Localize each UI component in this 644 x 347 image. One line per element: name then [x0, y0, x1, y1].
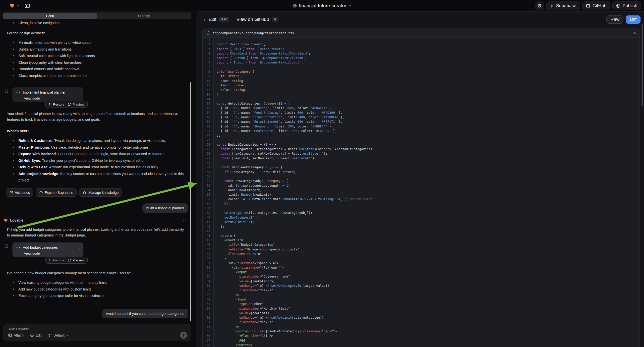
- version-card-header: <> Add budget categories ›: [16, 244, 80, 250]
- chat-input[interactable]: [9, 327, 185, 331]
- manage-knowledge-button[interactable]: Manage knowledge: [79, 188, 122, 197]
- code-line: 40 setNewCategory('');: [203, 215, 640, 220]
- project-selector[interactable]: financial-future-creator: [293, 0, 351, 12]
- github-label: GitHub: [592, 3, 606, 8]
- whats-next-item: GitHub Sync: Transfer your project's cod…: [0, 157, 190, 164]
- code-line: 23: [203, 138, 640, 142]
- esc-key-badge: ESC: [219, 17, 229, 22]
- exit-button[interactable]: Exit: [208, 17, 216, 22]
- tab-history[interactable]: History: [97, 13, 191, 19]
- file-header[interactable]: src/components/budget/BudgetCategories.t…: [203, 28, 640, 38]
- topbar-left: [10, 0, 31, 12]
- fold-chevron-icon[interactable]: ⌄: [210, 70, 214, 74]
- sliders-icon: [48, 334, 52, 337]
- edit-button[interactable]: Edit: [30, 333, 42, 337]
- code-icon: <>: [16, 90, 20, 94]
- preview-button[interactable]: Preview: [68, 102, 84, 106]
- fold-chevron-icon: [210, 147, 214, 151]
- preview-label: Preview: [72, 258, 84, 262]
- fold-chevron-icon: [210, 115, 214, 120]
- explore-supabase-button[interactable]: Explore Supabase: [36, 188, 77, 197]
- image-icon: [8, 333, 12, 337]
- fold-chevron-icon: [210, 265, 214, 270]
- line-number: 25: [203, 147, 210, 151]
- version-title: Add budget categories: [23, 246, 77, 250]
- attach-button[interactable]: Attach: [8, 333, 24, 337]
- diff-button[interactable]: Diff: [626, 16, 640, 24]
- code-scrollbar-thumb[interactable]: [642, 24, 643, 106]
- line-number: 1: [203, 38, 210, 42]
- code-line: 30 if (!newCategory || !newLimit) return…: [203, 170, 640, 174]
- fold-chevron-icon: [210, 234, 214, 238]
- mode-selector[interactable]: Default: [48, 333, 68, 337]
- fold-chevron-icon: [210, 238, 214, 242]
- fold-chevron-icon[interactable]: ⌄: [210, 179, 214, 183]
- line-number: 10: [203, 79, 210, 83]
- code-text: </Button>: [214, 343, 640, 347]
- settings-button[interactable]: ⚙: [535, 2, 544, 10]
- code-line: 67 Add: [203, 338, 640, 343]
- code-editor[interactable]: 12import React from 'react';3import { Pl…: [203, 38, 640, 347]
- list-item-text: Add new budget categories with custom li…: [18, 287, 91, 291]
- bookmark-icon[interactable]: [4, 244, 8, 249]
- view-code-link[interactable]: View code: [16, 252, 80, 256]
- version-card-add-budget-categories[interactable]: <> Add budget categories › View code: [12, 242, 84, 257]
- publish-button[interactable]: Publish: [612, 2, 641, 10]
- fold-chevron-icon: [210, 242, 214, 247]
- bookmark-icon[interactable]: [4, 88, 8, 94]
- restore-button[interactable]: ↻ Restore: [49, 102, 64, 106]
- version-card-implement-financial-planner[interactable]: <> Implement financial planner › View co…: [12, 87, 84, 102]
- whats-next-item: Debug with Ease: Activate our experiment…: [0, 164, 190, 170]
- view-code-link[interactable]: View code: [16, 96, 80, 100]
- visit-docs-button[interactable]: Visit docs: [6, 188, 33, 197]
- chevron-down-icon: [66, 334, 68, 336]
- code-line: 9 id: string;: [203, 74, 640, 78]
- raw-button[interactable]: Raw: [606, 16, 623, 24]
- restore-label: Restore: [53, 102, 64, 106]
- preview-button[interactable]: Preview: [68, 258, 84, 262]
- fold-chevron-icon: [210, 210, 214, 215]
- message-menu-button[interactable]: ···: [183, 218, 188, 222]
- fold-chevron-icon[interactable]: ⌄: [210, 165, 214, 170]
- file-card: src/components/budget/BudgetCategories.t…: [202, 28, 640, 347]
- code-text: };: [214, 224, 640, 229]
- view-on-github-button[interactable]: View on GitHub: [236, 17, 269, 22]
- fold-chevron-icon[interactable]: ⌄: [210, 101, 214, 106]
- supabase-button[interactable]: Supabase: [546, 2, 580, 10]
- fold-chevron-icon: [210, 202, 214, 206]
- logo-chevron-down-icon[interactable]: [17, 5, 19, 7]
- item-label: Refine & Customize: [18, 139, 52, 143]
- fold-chevron-icon: [210, 65, 214, 70]
- github-button[interactable]: GitHub: [582, 2, 610, 10]
- fold-chevron-icon: [210, 47, 214, 51]
- code-text: value={newCategory}: [214, 279, 640, 284]
- chevron-up-icon[interactable]: [632, 32, 636, 34]
- code-text: import { Plus } from 'lucide-react';: [214, 47, 640, 51]
- fold-chevron-icon: [210, 256, 214, 260]
- supabase-icon: [550, 4, 554, 8]
- tab-chat[interactable]: Chat: [3, 13, 97, 19]
- toggle-sidebar-button[interactable]: [24, 2, 31, 10]
- code-line: 41 setNewLimit('');: [203, 220, 640, 224]
- line-number: 68: [203, 343, 210, 347]
- fold-chevron-icon: [210, 56, 214, 60]
- line-number: 61: [203, 311, 210, 316]
- code-text: setNewCategory('');: [214, 215, 640, 220]
- list-item-text: Subtle animations and transitions: [18, 47, 72, 51]
- preview-label: Preview: [72, 102, 84, 106]
- item-label: Debug with Ease: [18, 165, 47, 169]
- fold-chevron-icon[interactable]: ⌄: [210, 142, 214, 147]
- code-line: 2import React from 'react';: [203, 42, 640, 46]
- lovable-logo-icon[interactable]: [10, 3, 15, 8]
- restore-button[interactable]: ↻ Restore: [49, 258, 64, 262]
- top-bar: financial-future-creator ⚙ Supabase GitH…: [0, 0, 644, 12]
- send-button[interactable]: [180, 332, 187, 339]
- back-chevron-icon[interactable]: ‹: [204, 17, 206, 22]
- code-text: <ChartCard: [214, 238, 640, 242]
- line-number: 16: [203, 106, 210, 110]
- chat-scrollbar-thumb[interactable]: [190, 82, 191, 321]
- assistant-paragraph: Your sleek financial planner is now read…: [7, 111, 185, 122]
- code-text: <div className="space-y-6">: [214, 261, 640, 265]
- line-number: 45: [203, 238, 210, 242]
- restore-icon: ↻: [49, 102, 52, 106]
